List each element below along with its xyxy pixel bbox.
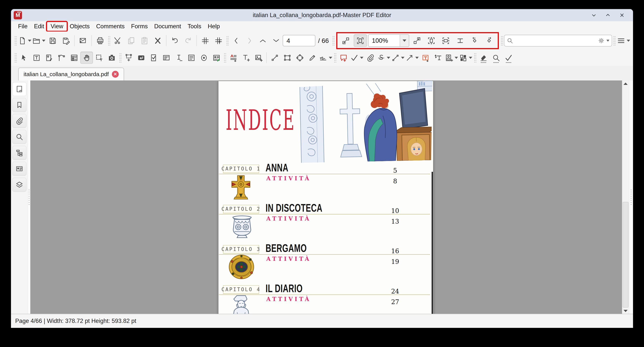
next-view-button[interactable] (482, 34, 496, 47)
maximize-button[interactable] (604, 11, 612, 19)
line-shape-button[interactable] (268, 52, 281, 64)
paperclip-button[interactable] (364, 52, 376, 64)
sidebar-attachments-panel-button[interactable] (12, 114, 26, 128)
snap-grid-button[interactable] (212, 34, 225, 47)
show-grid-button[interactable] (198, 34, 212, 47)
check-button[interactable] (350, 52, 364, 64)
search-settings-gear-icon[interactable] (598, 37, 604, 44)
strikeout-button[interactable] (376, 52, 391, 64)
scroll-up-button[interactable] (622, 80, 629, 87)
toolbar-drag-handle[interactable] (108, 35, 110, 46)
toolbar-drag-handle[interactable] (224, 52, 226, 63)
fit-height-button[interactable] (425, 34, 438, 47)
menu-objects[interactable]: Objects (66, 22, 93, 30)
arrow-annot-button[interactable] (405, 52, 419, 64)
pdf-page[interactable]: INDICE CAPITOLO 1ANNA5ATTIVITÀ8 CAPITOLO… (218, 81, 433, 314)
sidebar-layers-panel-button[interactable] (12, 178, 26, 192)
search-input[interactable] (515, 37, 596, 44)
menu-file[interactable]: File (15, 22, 31, 30)
save-as-button[interactable] (59, 34, 72, 47)
delete-button[interactable] (151, 34, 164, 47)
toolbar-drag-handle[interactable] (226, 35, 228, 46)
list-box-button[interactable] (185, 52, 198, 64)
pencil-button[interactable] (306, 52, 318, 64)
signature-field-button[interactable] (210, 52, 223, 64)
textbox-button[interactable] (419, 52, 432, 64)
widget-button[interactable] (122, 52, 135, 64)
fit-width-button[interactable] (439, 34, 452, 47)
document-tab[interactable]: italian La_collana_longobarda.pdf✕ (18, 68, 124, 80)
form-editor-button[interactable] (68, 52, 80, 64)
verify-button[interactable] (502, 52, 515, 64)
edit-text-button[interactable] (30, 52, 43, 64)
text-field-button[interactable] (172, 52, 185, 64)
menu-view[interactable]: View (47, 22, 66, 30)
copy-button[interactable] (124, 34, 138, 47)
page-down-button[interactable] (270, 34, 283, 47)
sidebar-signatures-panel-button[interactable] (12, 162, 26, 176)
toolbar-drag-handle[interactable] (119, 52, 122, 63)
callout-button[interactable] (432, 52, 444, 64)
scroll-down-button[interactable] (622, 308, 629, 314)
redo-button[interactable] (182, 34, 195, 47)
rect-shape-button[interactable] (281, 52, 294, 64)
open-document-button[interactable] (32, 34, 46, 47)
vertical-scrollbar[interactable] (622, 80, 629, 314)
page-up-button[interactable] (256, 34, 270, 47)
stamp-button[interactable] (444, 52, 458, 64)
menu-edit[interactable]: Edit (31, 22, 47, 30)
prev-page-button[interactable] (230, 34, 243, 47)
sidebar-outline-panel-button[interactable] (12, 146, 26, 160)
loupe-button[interactable] (490, 52, 502, 64)
minimize-button[interactable] (590, 11, 598, 19)
document-canvas[interactable]: INDICE CAPITOLO 1ANNA5ATTIVITÀ8 CAPITOLO… (30, 80, 622, 314)
checkbox-button[interactable] (148, 52, 160, 64)
new-document-button[interactable] (18, 34, 32, 47)
line-annot-button[interactable] (391, 52, 405, 64)
add-image-button[interactable] (252, 52, 265, 64)
toolbar-drag-handle[interactable] (332, 35, 334, 46)
next-page-button[interactable] (243, 34, 256, 47)
search-field[interactable] (504, 35, 612, 46)
zoom-dropdown-button[interactable] (400, 35, 409, 46)
select-area-button[interactable] (93, 52, 106, 64)
radio-button[interactable] (198, 52, 210, 64)
hand-button[interactable] (80, 52, 93, 64)
ellipse-shape-button[interactable] (294, 52, 306, 64)
cut-button[interactable] (111, 34, 124, 47)
undo-button[interactable] (168, 34, 182, 47)
menu-button[interactable] (616, 34, 631, 47)
fit-page-button[interactable] (354, 34, 367, 47)
toolbar-drag-handle[interactable] (14, 35, 17, 46)
select-button[interactable] (18, 52, 30, 64)
eraser-button[interactable] (477, 52, 490, 64)
sidebar-bookmarks-panel-button[interactable] (12, 98, 26, 112)
menu-document[interactable]: Document (151, 22, 184, 30)
split-view-button[interactable] (454, 34, 467, 47)
add-text-button[interactable] (240, 52, 252, 64)
toolbar-drag-handle[interactable] (14, 52, 17, 63)
add-text-block-button[interactable] (227, 52, 240, 64)
paste-button[interactable] (138, 34, 151, 47)
scrollbar-thumb[interactable] (623, 202, 628, 308)
combo-box-button[interactable] (160, 52, 172, 64)
edit-form-button[interactable] (55, 52, 68, 64)
snapshot-button[interactable] (106, 52, 118, 64)
toolbar-drag-handle[interactable] (500, 35, 503, 46)
close-button[interactable] (618, 11, 626, 19)
note-button[interactable] (337, 52, 350, 64)
toolbar-drag-handle[interactable] (334, 52, 336, 63)
menu-forms[interactable]: Forms (128, 22, 151, 30)
sidebar-pages-panel-button[interactable] (12, 82, 26, 96)
enter-key-button[interactable] (135, 52, 148, 64)
signature-button[interactable] (318, 52, 333, 64)
toolbar-drag-handle[interactable] (474, 52, 476, 63)
right-panel-splitter[interactable] (629, 80, 633, 314)
tiles-button[interactable] (458, 52, 473, 64)
zoom-in-view-button[interactable] (410, 34, 424, 47)
tab-close-button[interactable]: ✕ (112, 71, 119, 78)
menu-help[interactable]: Help (204, 22, 223, 30)
save-button[interactable] (46, 34, 59, 47)
toolbar-drag-handle[interactable] (613, 35, 616, 46)
zoom-out-view-button[interactable] (339, 34, 352, 47)
